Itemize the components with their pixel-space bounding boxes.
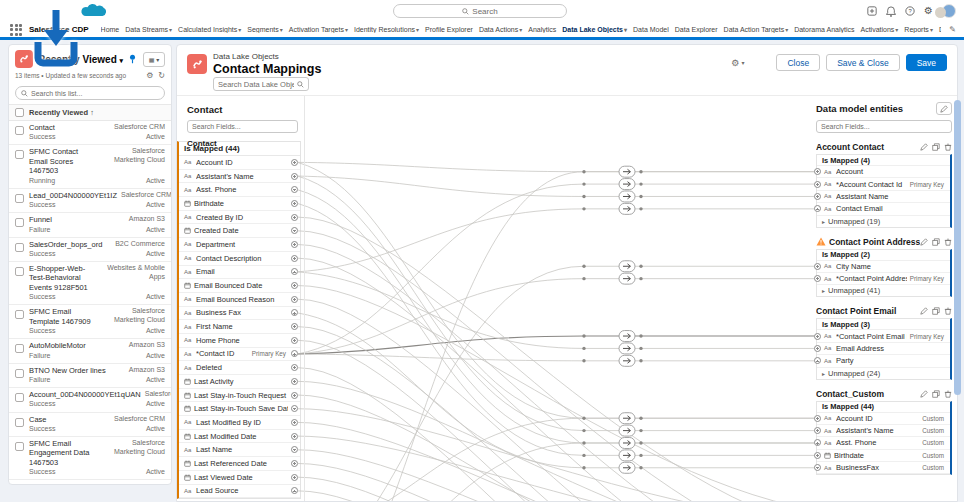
list-view-controls-button[interactable]: ▦ ▾ [143, 52, 165, 67]
entity-is-mapped-header[interactable]: Is Mapped (4) [817, 155, 950, 166]
nav-tab-data-explorer[interactable]: Data Explorer [675, 26, 718, 33]
nav-tab-reports[interactable]: Reports▾ [904, 26, 933, 33]
nav-tab-segments[interactable]: Segments▾ [247, 26, 283, 33]
row-checkbox[interactable] [15, 369, 24, 378]
target-field-row[interactable]: AaAssistant's NameCustom [817, 425, 950, 437]
target-field-row[interactable]: AaAccount IDCustom [817, 413, 950, 425]
target-field-row[interactable]: BirthdateCustom [817, 450, 950, 462]
global-search-input[interactable]: Search [393, 4, 567, 18]
list-item[interactable]: Lead_00D4N00000YEt1IZSalesforce CRMSucce… [9, 189, 171, 213]
entity-is-mapped-header[interactable]: Is Mapped (3) [817, 319, 950, 330]
list-item[interactable]: E-Shopper-Web-Test-Behavioral Events 912… [9, 262, 171, 305]
connector-dot[interactable] [814, 357, 821, 364]
object-search-input[interactable]: Search Data Lake Objects... [213, 77, 309, 91]
edit-icon[interactable] [920, 390, 928, 398]
connector-dot[interactable] [814, 439, 821, 446]
connector-dot[interactable] [814, 205, 821, 212]
entity-is-mapped-header[interactable]: Is Mapped (2) [817, 250, 950, 261]
target-field-row[interactable]: AaContact Email [817, 203, 950, 215]
save-button[interactable]: Save [906, 54, 947, 71]
delete-icon[interactable] [944, 307, 952, 315]
nav-tab-data-actions[interactable]: Data Actions▾ [479, 26, 522, 33]
row-checkbox[interactable] [15, 194, 24, 203]
list-item[interactable]: ContactSalesforce CRMSuccessActive [9, 121, 171, 145]
unmapped-collapsed-row[interactable]: ▸Unmapped (41) [817, 285, 950, 296]
unmapped-collapsed-row[interactable]: ▸Unmapped (24) [817, 368, 950, 379]
user-avatar[interactable] [942, 4, 956, 18]
target-field-row[interactable]: AaBusinessFaxCustom [817, 462, 950, 474]
row-checkbox[interactable] [15, 344, 24, 353]
edit-icon[interactable] [920, 143, 928, 151]
close-button[interactable]: Close [776, 54, 820, 71]
select-all-checkbox[interactable] [15, 108, 24, 117]
notifications-bell-icon[interactable] [886, 6, 896, 17]
entity-is-mapped-header[interactable]: Is Mapped (44) [817, 402, 950, 413]
target-field-row[interactable]: AaAsst. PhoneCustom [817, 437, 950, 449]
delete-icon[interactable] [944, 238, 952, 246]
row-checkbox[interactable] [15, 243, 24, 252]
target-field-row[interactable]: Aa*Account Contact IdPrimary Key [817, 178, 950, 190]
refresh-icon[interactable]: ↻ [158, 71, 165, 80]
list-item[interactable]: AutoMobileMotorAmazon S3FailureActive [9, 339, 171, 363]
connector-dot[interactable] [814, 181, 821, 188]
nav-tab-profile-explorer[interactable]: Profile Explorer [425, 26, 473, 33]
unmapped-collapsed-row[interactable]: ▸Unmapped (19) [817, 216, 950, 227]
delete-icon[interactable] [944, 390, 952, 398]
row-checkbox[interactable] [15, 393, 24, 402]
connector-dot[interactable] [814, 345, 821, 352]
nav-tab-datorama-analytics[interactable]: Datorama Analytics [794, 26, 854, 33]
list-item[interactable]: SFMC Email Engagement Data 1467503Salesf… [9, 437, 171, 480]
entities-search-input[interactable]: Search Fields... [816, 120, 952, 133]
nav-edit-pencil-icon[interactable]: ✎ [949, 25, 956, 34]
copy-icon[interactable] [932, 307, 940, 315]
row-checkbox[interactable] [15, 267, 24, 276]
edit-icon[interactable] [920, 238, 928, 246]
connector-dot[interactable] [814, 427, 821, 434]
row-checkbox[interactable] [15, 418, 24, 427]
connector-dot[interactable] [814, 452, 821, 459]
nav-tab-data-action-targets[interactable]: Data Action Targets▾ [724, 26, 789, 33]
list-item[interactable]: SFMC Email Template 1467909Salesforce Ma… [9, 305, 171, 339]
delete-icon[interactable] [944, 143, 952, 151]
edit-icon[interactable] [920, 307, 928, 315]
connector-dot[interactable] [814, 275, 821, 282]
target-field-row[interactable]: Aa*Contact Point Address IdPrimary Key [817, 273, 950, 285]
list-item[interactable]: SAP Cust_Items_3Tier Salesforce Immersio… [9, 480, 171, 485]
copy-icon[interactable] [932, 143, 940, 151]
app-launcher-icon[interactable] [10, 24, 23, 36]
vertical-scrollbar[interactable] [954, 100, 961, 395]
connector-dot[interactable] [814, 193, 821, 200]
setup-gear-icon[interactable]: ⚙ [924, 6, 933, 16]
row-checkbox[interactable] [15, 126, 24, 135]
target-field-row[interactable]: AaAccount [817, 166, 950, 178]
nav-tab-activation-targets[interactable]: Activation Targets▾ [289, 26, 348, 33]
list-item[interactable]: SFMC Contact Email Scores 1467503Salesfo… [9, 145, 171, 188]
connector-dot[interactable] [814, 168, 821, 175]
copy-icon[interactable] [932, 390, 940, 398]
nav-tab-identity-resolutions[interactable]: Identity Resolutions▾ [354, 26, 419, 33]
breadcrumb[interactable]: Data Lake Objects [213, 52, 321, 61]
list-item[interactable]: SalesOrder_bops_ordB2C CommerceSuccessAc… [9, 238, 171, 262]
source-fields-search-input[interactable]: Search Fields... [187, 120, 298, 133]
pin-icon[interactable] [128, 54, 137, 64]
list-item[interactable]: Account_00D4N00000YEt1qUANSalesforce CRM… [9, 388, 171, 412]
connector-dot[interactable] [814, 415, 821, 422]
mapping-settings-gear-button[interactable]: ⚙▾ [731, 58, 744, 68]
target-field-row[interactable]: AaEmail Address [817, 343, 950, 355]
connector-dot[interactable] [814, 263, 821, 270]
target-field-row[interactable]: AaParty [817, 355, 950, 367]
target-field-row[interactable]: Aa*Contact Point Email IdPrimary Key [817, 330, 950, 342]
nav-tab-analytics[interactable]: Analytics [528, 26, 556, 33]
sidebar-search-input[interactable]: Search this list... [15, 86, 165, 100]
copy-icon[interactable] [932, 238, 940, 246]
connector-dot[interactable] [814, 464, 821, 471]
favorites-icon[interactable] [867, 6, 877, 16]
connector-dot[interactable] [814, 333, 821, 340]
row-checkbox[interactable] [15, 310, 24, 319]
nav-tab-data-lake-objects[interactable]: Data Lake Objects▾ [562, 26, 627, 33]
list-item[interactable]: CaseSalesforce CRMSuccessActive [9, 413, 171, 437]
help-icon[interactable]: ? [905, 6, 915, 16]
nav-tab-data-model[interactable]: Data Model [633, 26, 669, 33]
nav-tab-calculated-insights[interactable]: Calculated Insights▾ [178, 26, 241, 33]
nav-tab-data-streams[interactable]: Data Streams▾ [125, 26, 172, 33]
